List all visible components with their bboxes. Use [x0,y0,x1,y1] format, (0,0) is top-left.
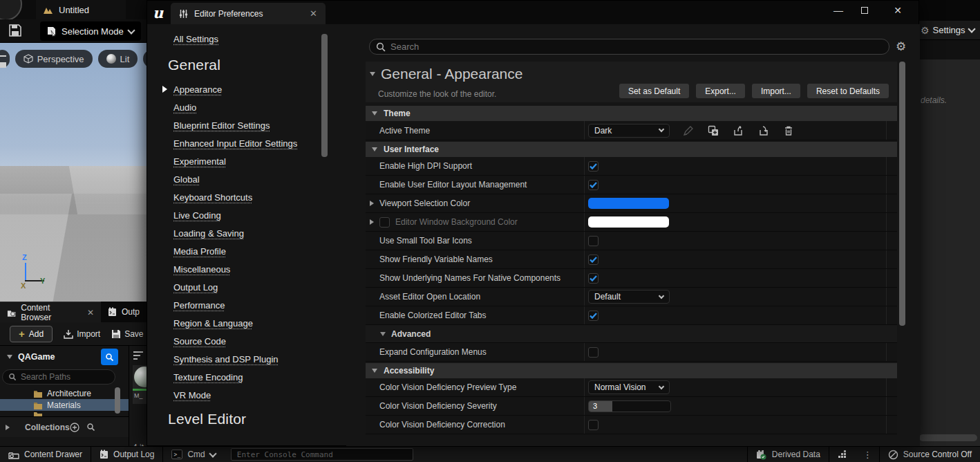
search-assets-button[interactable] [101,349,118,365]
sidebar-item-loading-saving[interactable]: Loading & Saving [173,224,297,242]
console-command-input[interactable] [231,448,413,461]
checkbox-checked[interactable] [588,161,599,172]
section-theme[interactable]: Theme [366,106,897,121]
settings-search-field[interactable] [369,39,889,55]
sidebar-item-keyboard-shortcuts[interactable]: Keyboard Shortcuts [173,188,297,206]
checkbox-checked[interactable] [588,311,599,321]
color-swatch-blue[interactable] [588,198,669,209]
settings-scrollbar-thumb[interactable] [899,62,905,326]
section-accessibility[interactable]: Accessibility [366,363,897,378]
save-all-button-partial[interactable]: Save [111,329,143,339]
horizontal-scrollbar[interactable] [919,434,977,441]
cmd-dropdown[interactable]: >_ Cmd [163,447,223,462]
cvd-preview-type-dropdown[interactable]: Normal Vision [588,380,670,394]
sidebar-scrollbar[interactable] [321,34,328,157]
collections-bar[interactable]: Collections [0,416,129,437]
export-icon[interactable] [733,125,744,136]
sidebar-item-source-code[interactable]: Source Code [173,332,297,350]
prefs-titlebar[interactable]: u Editor Preferences ✕ — ✕ [147,1,918,24]
collapse-arrow-icon[interactable] [370,72,375,76]
folder-row-architecture[interactable]: Architecture [0,387,147,399]
derived-data-button[interactable]: Derived Data [748,447,829,462]
minimize-button[interactable]: — [831,5,845,16]
import-icon[interactable] [758,125,770,136]
level-tab[interactable]: Untitled [36,0,126,19]
import-button[interactable]: Import... [752,84,800,98]
set-as-default-button[interactable]: Set as Default [619,84,689,98]
edit-icon[interactable] [683,125,694,136]
output-log-button[interactable]: Output Log [91,447,162,462]
add-button[interactable]: + Add [10,326,53,342]
sidebar-item-texture-encoding[interactable]: Texture Encoding [173,368,297,386]
maximize-button[interactable] [861,5,875,16]
expand-arrow-icon[interactable] [370,219,374,225]
checkbox-unchecked[interactable] [379,217,390,228]
insights-button[interactable] [829,447,856,462]
folder-row-materials[interactable]: Materials [0,399,147,411]
settings-dropdown[interactable]: ⚙ Settings [919,21,980,40]
sidebar-item-miscellaneous[interactable]: Miscellaneous [173,260,297,278]
checkbox-unchecked[interactable] [588,236,599,246]
search-icon[interactable] [86,423,95,432]
reset-to-defaults-button[interactable]: Reset to Defaults [807,84,889,98]
tree-scrollbar[interactable] [115,387,120,414]
filter-icon[interactable] [133,351,143,360]
sidebar-item-performance[interactable]: Performance [173,296,297,314]
lit-button[interactable]: Lit [98,50,138,68]
search-paths-field[interactable] [2,369,115,385]
sidebar-item-live-coding[interactable]: Live Coding [173,206,297,224]
settings-search-input[interactable] [390,41,883,52]
section-user-interface[interactable]: User Interface [366,142,897,157]
export-button[interactable]: Export... [696,84,745,98]
viewport-menu-button[interactable] [0,50,10,68]
subsection-advanced[interactable]: Advanced [366,325,897,343]
sidebar-item-output-log[interactable]: Output Log [173,278,297,296]
checkbox-unchecked[interactable] [588,420,599,430]
expand-arrow-icon[interactable] [7,355,12,359]
prefs-tab[interactable]: Editor Preferences ✕ [171,3,326,24]
tab-content-browser[interactable]: Content Browser ✕ [0,302,101,322]
sidebar-item-global[interactable]: Global [173,170,297,188]
sidebar-item-all-settings[interactable]: All Settings [173,34,297,44]
unreal-logo[interactable] [0,0,22,19]
duplicate-icon[interactable] [708,125,719,136]
sidebar-item-blueprint-editor-settings[interactable]: Blueprint Editor Settings [173,116,297,134]
sidebar-item-audio[interactable]: Audio [173,98,297,116]
selection-mode-dropdown[interactable]: Selection Mode [40,21,141,41]
sidebar-item-synthesis-dsp[interactable]: Synthesis and DSP Plugin [173,350,297,368]
sidebar-item-vr-mode[interactable]: VR Mode [173,386,297,404]
close-icon[interactable]: ✕ [310,8,317,19]
kebab-menu-icon[interactable]: ⋮ [856,450,879,460]
settings-scrollbar-track[interactable] [899,62,906,443]
close-button[interactable]: ✕ [891,5,905,16]
path-root-label[interactable]: QAGame [18,352,55,362]
import-button[interactable]: Import [64,329,100,339]
asset-thumbnail[interactable]: M_ [133,365,147,404]
active-theme-dropdown[interactable]: Dark [588,124,670,138]
viewport[interactable]: Perspective Lit S Z X Y [0,43,147,302]
perspective-button[interactable]: Perspective [15,50,93,68]
checkbox-unchecked[interactable] [588,347,599,358]
sidebar-item-enhanced-input-editor-settings[interactable]: Enhanced Input Editor Settings [173,134,297,152]
gear-icon[interactable]: ⚙ [896,39,906,54]
checkbox-checked[interactable] [588,255,599,265]
add-collection-icon[interactable] [70,423,79,432]
color-swatch-white[interactable] [588,216,669,228]
checkbox-checked[interactable] [588,180,599,190]
cvd-severity-spinbox[interactable]: 3 [588,400,671,412]
checkbox-checked[interactable] [588,273,599,284]
folder-tree: Architecture Materials [0,387,147,416]
delete-icon[interactable] [784,125,793,136]
sidebar-item-region-language[interactable]: Region & Language [173,314,297,332]
save-icon[interactable] [8,24,22,37]
source-control-button[interactable]: Source Control Off [880,447,980,462]
sidebar-item-appearance[interactable]: Appearance [173,80,297,98]
asset-open-location-dropdown[interactable]: Default [588,290,670,304]
close-icon[interactable]: ✕ [87,308,94,317]
sidebar-item-experimental[interactable]: Experimental [173,152,297,170]
search-paths-input[interactable] [21,372,97,382]
tab-output-log-partial[interactable]: Outp [101,302,147,322]
content-drawer-button[interactable]: Content Drawer [0,447,91,462]
expand-arrow-icon[interactable] [370,201,374,206]
sidebar-item-media-profile[interactable]: Media Profile [173,242,297,260]
